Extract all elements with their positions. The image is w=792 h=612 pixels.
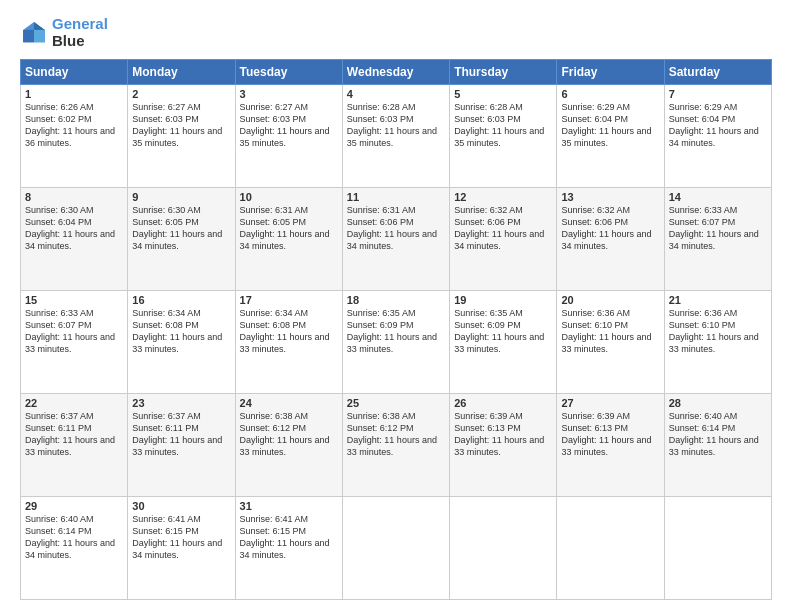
cell-info: Sunrise: 6:39 AMSunset: 6:13 PMDaylight:… bbox=[561, 411, 651, 457]
cell-info: Sunrise: 6:28 AMSunset: 6:03 PMDaylight:… bbox=[454, 102, 544, 148]
day-number: 8 bbox=[25, 191, 123, 203]
day-number: 12 bbox=[454, 191, 552, 203]
day-number: 16 bbox=[132, 294, 230, 306]
cell-info: Sunrise: 6:34 AMSunset: 6:08 PMDaylight:… bbox=[132, 308, 222, 354]
calendar-header-cell: Tuesday bbox=[235, 60, 342, 85]
calendar-header-cell: Saturday bbox=[664, 60, 771, 85]
calendar-cell: 26Sunrise: 6:39 AMSunset: 6:13 PMDayligh… bbox=[450, 394, 557, 497]
calendar-body: 1Sunrise: 6:26 AMSunset: 6:02 PMDaylight… bbox=[21, 85, 772, 600]
day-number: 9 bbox=[132, 191, 230, 203]
cell-info: Sunrise: 6:30 AMSunset: 6:05 PMDaylight:… bbox=[132, 205, 222, 251]
cell-info: Sunrise: 6:39 AMSunset: 6:13 PMDaylight:… bbox=[454, 411, 544, 457]
calendar-cell: 16Sunrise: 6:34 AMSunset: 6:08 PMDayligh… bbox=[128, 291, 235, 394]
day-number: 29 bbox=[25, 500, 123, 512]
calendar-cell: 18Sunrise: 6:35 AMSunset: 6:09 PMDayligh… bbox=[342, 291, 449, 394]
cell-info: Sunrise: 6:35 AMSunset: 6:09 PMDaylight:… bbox=[347, 308, 437, 354]
cell-info: Sunrise: 6:37 AMSunset: 6:11 PMDaylight:… bbox=[132, 411, 222, 457]
calendar-cell: 6Sunrise: 6:29 AMSunset: 6:04 PMDaylight… bbox=[557, 85, 664, 188]
cell-info: Sunrise: 6:33 AMSunset: 6:07 PMDaylight:… bbox=[669, 205, 759, 251]
day-number: 25 bbox=[347, 397, 445, 409]
calendar-cell bbox=[664, 497, 771, 600]
day-number: 3 bbox=[240, 88, 338, 100]
page: GeneralBlue SundayMondayTuesdayWednesday… bbox=[0, 0, 792, 612]
calendar-cell: 3Sunrise: 6:27 AMSunset: 6:03 PMDaylight… bbox=[235, 85, 342, 188]
calendar-cell: 7Sunrise: 6:29 AMSunset: 6:04 PMDaylight… bbox=[664, 85, 771, 188]
calendar-cell: 30Sunrise: 6:41 AMSunset: 6:15 PMDayligh… bbox=[128, 497, 235, 600]
cell-info: Sunrise: 6:32 AMSunset: 6:06 PMDaylight:… bbox=[454, 205, 544, 251]
calendar-week-row: 1Sunrise: 6:26 AMSunset: 6:02 PMDaylight… bbox=[21, 85, 772, 188]
cell-info: Sunrise: 6:29 AMSunset: 6:04 PMDaylight:… bbox=[561, 102, 651, 148]
calendar-cell: 12Sunrise: 6:32 AMSunset: 6:06 PMDayligh… bbox=[450, 188, 557, 291]
day-number: 1 bbox=[25, 88, 123, 100]
day-number: 17 bbox=[240, 294, 338, 306]
calendar-cell: 17Sunrise: 6:34 AMSunset: 6:08 PMDayligh… bbox=[235, 291, 342, 394]
calendar-cell: 22Sunrise: 6:37 AMSunset: 6:11 PMDayligh… bbox=[21, 394, 128, 497]
day-number: 10 bbox=[240, 191, 338, 203]
day-number: 31 bbox=[240, 500, 338, 512]
calendar-week-row: 15Sunrise: 6:33 AMSunset: 6:07 PMDayligh… bbox=[21, 291, 772, 394]
cell-info: Sunrise: 6:40 AMSunset: 6:14 PMDaylight:… bbox=[669, 411, 759, 457]
calendar-header-cell: Wednesday bbox=[342, 60, 449, 85]
day-number: 30 bbox=[132, 500, 230, 512]
cell-info: Sunrise: 6:27 AMSunset: 6:03 PMDaylight:… bbox=[132, 102, 222, 148]
day-number: 22 bbox=[25, 397, 123, 409]
svg-rect-2 bbox=[23, 29, 34, 41]
logo-text: GeneralBlue bbox=[52, 16, 108, 49]
calendar-week-row: 8Sunrise: 6:30 AMSunset: 6:04 PMDaylight… bbox=[21, 188, 772, 291]
calendar-cell: 24Sunrise: 6:38 AMSunset: 6:12 PMDayligh… bbox=[235, 394, 342, 497]
day-number: 20 bbox=[561, 294, 659, 306]
calendar-cell: 27Sunrise: 6:39 AMSunset: 6:13 PMDayligh… bbox=[557, 394, 664, 497]
calendar-cell: 1Sunrise: 6:26 AMSunset: 6:02 PMDaylight… bbox=[21, 85, 128, 188]
day-number: 21 bbox=[669, 294, 767, 306]
calendar-cell: 25Sunrise: 6:38 AMSunset: 6:12 PMDayligh… bbox=[342, 394, 449, 497]
day-number: 13 bbox=[561, 191, 659, 203]
calendar-cell: 14Sunrise: 6:33 AMSunset: 6:07 PMDayligh… bbox=[664, 188, 771, 291]
cell-info: Sunrise: 6:28 AMSunset: 6:03 PMDaylight:… bbox=[347, 102, 437, 148]
calendar-cell: 9Sunrise: 6:30 AMSunset: 6:05 PMDaylight… bbox=[128, 188, 235, 291]
calendar-header-row: SundayMondayTuesdayWednesdayThursdayFrid… bbox=[21, 60, 772, 85]
day-number: 4 bbox=[347, 88, 445, 100]
cell-info: Sunrise: 6:34 AMSunset: 6:08 PMDaylight:… bbox=[240, 308, 330, 354]
cell-info: Sunrise: 6:32 AMSunset: 6:06 PMDaylight:… bbox=[561, 205, 651, 251]
header: GeneralBlue bbox=[20, 16, 772, 49]
calendar-cell: 15Sunrise: 6:33 AMSunset: 6:07 PMDayligh… bbox=[21, 291, 128, 394]
calendar-header-cell: Thursday bbox=[450, 60, 557, 85]
calendar-cell: 29Sunrise: 6:40 AMSunset: 6:14 PMDayligh… bbox=[21, 497, 128, 600]
day-number: 27 bbox=[561, 397, 659, 409]
cell-info: Sunrise: 6:31 AMSunset: 6:05 PMDaylight:… bbox=[240, 205, 330, 251]
calendar-cell: 2Sunrise: 6:27 AMSunset: 6:03 PMDaylight… bbox=[128, 85, 235, 188]
day-number: 28 bbox=[669, 397, 767, 409]
calendar-week-row: 29Sunrise: 6:40 AMSunset: 6:14 PMDayligh… bbox=[21, 497, 772, 600]
calendar-cell: 21Sunrise: 6:36 AMSunset: 6:10 PMDayligh… bbox=[664, 291, 771, 394]
day-number: 6 bbox=[561, 88, 659, 100]
cell-info: Sunrise: 6:36 AMSunset: 6:10 PMDaylight:… bbox=[669, 308, 759, 354]
logo-icon bbox=[20, 19, 48, 47]
cell-info: Sunrise: 6:26 AMSunset: 6:02 PMDaylight:… bbox=[25, 102, 115, 148]
day-number: 19 bbox=[454, 294, 552, 306]
calendar-week-row: 22Sunrise: 6:37 AMSunset: 6:11 PMDayligh… bbox=[21, 394, 772, 497]
cell-info: Sunrise: 6:38 AMSunset: 6:12 PMDaylight:… bbox=[240, 411, 330, 457]
calendar-cell: 4Sunrise: 6:28 AMSunset: 6:03 PMDaylight… bbox=[342, 85, 449, 188]
day-number: 14 bbox=[669, 191, 767, 203]
cell-info: Sunrise: 6:36 AMSunset: 6:10 PMDaylight:… bbox=[561, 308, 651, 354]
day-number: 26 bbox=[454, 397, 552, 409]
calendar-cell: 23Sunrise: 6:37 AMSunset: 6:11 PMDayligh… bbox=[128, 394, 235, 497]
calendar-cell: 19Sunrise: 6:35 AMSunset: 6:09 PMDayligh… bbox=[450, 291, 557, 394]
svg-marker-1 bbox=[34, 22, 45, 30]
calendar-cell: 10Sunrise: 6:31 AMSunset: 6:05 PMDayligh… bbox=[235, 188, 342, 291]
calendar-cell: 11Sunrise: 6:31 AMSunset: 6:06 PMDayligh… bbox=[342, 188, 449, 291]
day-number: 15 bbox=[25, 294, 123, 306]
day-number: 5 bbox=[454, 88, 552, 100]
cell-info: Sunrise: 6:37 AMSunset: 6:11 PMDaylight:… bbox=[25, 411, 115, 457]
day-number: 23 bbox=[132, 397, 230, 409]
cell-info: Sunrise: 6:30 AMSunset: 6:04 PMDaylight:… bbox=[25, 205, 115, 251]
cell-info: Sunrise: 6:38 AMSunset: 6:12 PMDaylight:… bbox=[347, 411, 437, 457]
day-number: 2 bbox=[132, 88, 230, 100]
cell-info: Sunrise: 6:33 AMSunset: 6:07 PMDaylight:… bbox=[25, 308, 115, 354]
logo: GeneralBlue bbox=[20, 16, 108, 49]
cell-info: Sunrise: 6:35 AMSunset: 6:09 PMDaylight:… bbox=[454, 308, 544, 354]
day-number: 7 bbox=[669, 88, 767, 100]
calendar-cell: 8Sunrise: 6:30 AMSunset: 6:04 PMDaylight… bbox=[21, 188, 128, 291]
cell-info: Sunrise: 6:29 AMSunset: 6:04 PMDaylight:… bbox=[669, 102, 759, 148]
calendar-cell: 31Sunrise: 6:41 AMSunset: 6:15 PMDayligh… bbox=[235, 497, 342, 600]
